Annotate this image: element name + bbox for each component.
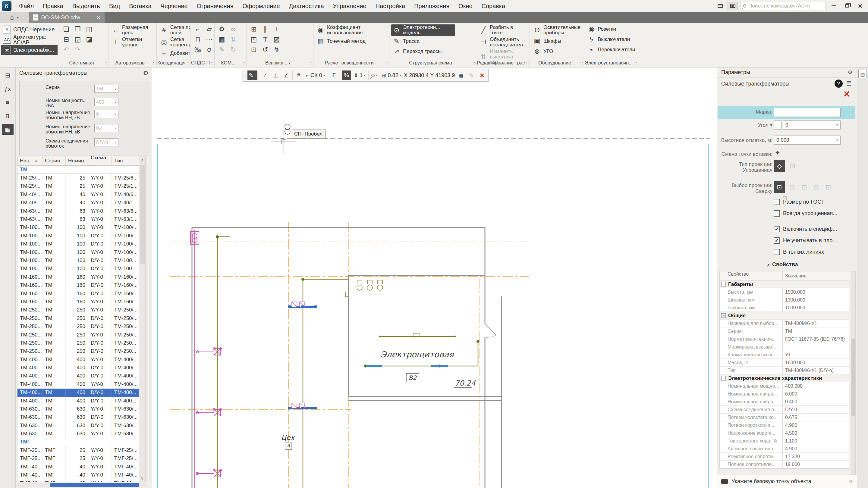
table-row[interactable]: ТМ-100... ТМ 100 D/Y-0 ТМ-100... bbox=[18, 265, 145, 273]
ribbon-button[interactable]: ⊟ bbox=[61, 35, 72, 44]
ribbon-button[interactable]: + Добавить ось bbox=[158, 48, 190, 58]
menu-item[interactable]: Выделить bbox=[68, 0, 104, 12]
zoom-tool-button[interactable]: ▾ bbox=[370, 70, 379, 80]
window-layout-icon[interactable] bbox=[715, 2, 725, 10]
property-group-row[interactable]: − Общие bbox=[720, 312, 849, 320]
scale-combo[interactable]: ⇕1▾ bbox=[352, 70, 367, 80]
ribbon-button[interactable]: ⊞ bbox=[248, 24, 259, 34]
ribbon-group-grip-icon[interactable]: ∷ bbox=[634, 61, 637, 66]
view-front-icon[interactable]: ⊡ bbox=[787, 183, 797, 192]
ribbon-button[interactable]: ▦ Точечный метод bbox=[315, 36, 379, 46]
ribbon-button[interactable]: # Сетка прямых осей bbox=[158, 24, 190, 36]
marka-input[interactable] bbox=[774, 108, 841, 117]
menu-item[interactable]: Приложения bbox=[410, 0, 454, 12]
ribbon-group-grip-icon[interactable]: ∷ bbox=[386, 61, 388, 66]
ribbon-button[interactable]: ⊓ bbox=[192, 35, 203, 44]
snap-percent-button[interactable]: % bbox=[342, 70, 351, 80]
search-input[interactable] bbox=[748, 3, 823, 9]
tree-icon[interactable]: ≣ bbox=[846, 79, 851, 87]
table-row[interactable]: ТМ-400... ТМ 400 D/Y-0 ТМ-400... bbox=[18, 397, 145, 405]
property-row[interactable]: Серия ТМ bbox=[720, 327, 849, 335]
tab-close-icon[interactable]: × bbox=[97, 14, 100, 21]
collapse-icon[interactable]: − bbox=[721, 313, 726, 318]
table-row[interactable]: ТМ-630... ТМ 630 D/Y-0 ТМ-630/... bbox=[18, 421, 145, 429]
scrollbar-thumb[interactable] bbox=[140, 165, 145, 264]
filter-combobox[interactable]: 400 ∨ bbox=[94, 98, 119, 106]
command-search[interactable] bbox=[740, 2, 826, 10]
menu-item[interactable]: Настройка bbox=[371, 0, 410, 12]
ribbon-button[interactable]: ⇅ bbox=[228, 35, 239, 44]
drawing-canvas[interactable]: Электрощитовая В2 70.24 Цех 4 bbox=[152, 67, 717, 488]
property-row[interactable]: Ток холостого хода, % 1.100 bbox=[720, 437, 849, 445]
zoom-level-combo[interactable]: ⊕0.82▾ bbox=[381, 70, 403, 80]
table-row[interactable]: ТМ-63/... ТМ 63 Y/Y-0 ТМ-63/1... bbox=[18, 215, 145, 223]
table-row[interactable]: ТМ-100... ТМ 100 Y/Y-0 ТМ-100/... bbox=[18, 224, 145, 232]
scrollbar-thumb[interactable] bbox=[851, 339, 855, 416]
snap-parallel-icon[interactable]: ∕ bbox=[261, 70, 270, 80]
selected-transformer-block[interactable] bbox=[288, 302, 317, 308]
checkbox[interactable]: ✓ bbox=[774, 249, 780, 255]
ribbon-group-grip-icon[interactable]: ∷ bbox=[153, 61, 156, 66]
ribbon-group-grip-icon[interactable]: ∷ bbox=[581, 61, 583, 66]
snap-angle-icon[interactable]: ∠ bbox=[282, 70, 291, 80]
table-row[interactable]: ТМ-250... ТМ 250 D/Y-0 ТМ-250... bbox=[18, 347, 145, 355]
gear-icon[interactable]: ⚙ bbox=[847, 69, 852, 76]
help-icon[interactable]: ? bbox=[835, 79, 843, 88]
ribbon-group-grip-icon[interactable]: ∷ bbox=[105, 61, 107, 66]
ribbon-button[interactable]: ↗ Переход трассы bbox=[391, 47, 455, 56]
view-right-icon[interactable]: ⊡ bbox=[824, 183, 833, 192]
strip-tool-icon[interactable]: ⊟ bbox=[2, 70, 13, 81]
table-row[interactable]: ТМ-100... ТМ 100 D/Y-0 ТМ-100/... bbox=[18, 240, 145, 248]
snap-perpendicular-icon[interactable]: ⊥ bbox=[271, 70, 280, 80]
menu-item[interactable]: Ограничения bbox=[192, 0, 238, 12]
strip-tool-icon[interactable]: ⇅ bbox=[2, 110, 13, 122]
pen-tool-button[interactable]: ✎▾ bbox=[247, 70, 257, 80]
ribbon-button[interactable]: ◉ Розетки bbox=[586, 24, 636, 34]
angle-lock-box[interactable] bbox=[774, 121, 781, 130]
workspace-button[interactable]: AC Архитектура: АС/АР bbox=[1, 35, 58, 45]
table-row[interactable]: ТМ-630... ТМ 630 Y/Y-0 ТМ-630/... bbox=[18, 430, 145, 438]
grid-toggle-button[interactable]: # bbox=[294, 70, 303, 80]
prompt-close-icon[interactable]: × bbox=[849, 478, 852, 485]
collapse-icon[interactable]: − bbox=[721, 282, 726, 287]
pick-point-icon[interactable]: ⌖ bbox=[775, 148, 780, 157]
property-row[interactable]: Глубина, мм 1000.000 bbox=[720, 304, 849, 312]
ribbon-button[interactable]: ◫ bbox=[84, 24, 95, 34]
ribbon-button[interactable]: ⊡ bbox=[248, 45, 259, 55]
ribbon-group-grip-icon[interactable]: ∷ bbox=[211, 61, 213, 66]
property-row[interactable]: Номинальное напря... 0.400 bbox=[720, 398, 849, 406]
property-row[interactable]: Климатическое испо... У1 bbox=[720, 351, 849, 359]
column-header[interactable]: Серия bbox=[42, 156, 66, 165]
table-row[interactable]: ТМ-250... ТМ 250 Y/Y-0 ТМ-250/... bbox=[18, 306, 145, 314]
ribbon-group-grip-icon[interactable]: ∷ bbox=[472, 61, 475, 66]
ribbon-button[interactable]: ◉ Коэффициент использования bbox=[315, 24, 379, 36]
menu-item[interactable]: Диагностика bbox=[284, 0, 329, 12]
table-row[interactable]: ТМ-400... ТМ 400 D/Y-0 ТМ-400/... bbox=[18, 372, 145, 380]
properties-scrollbar[interactable] bbox=[851, 271, 856, 475]
gear-icon[interactable]: ⚙ bbox=[143, 70, 148, 76]
table-row[interactable]: ТМ-25/... ТМ 25 Y/Y-0 ТМ-25/6... bbox=[18, 174, 145, 182]
column-header[interactable]: Номин... bbox=[66, 156, 88, 165]
ribbon-button[interactable]: ❏ bbox=[61, 24, 72, 34]
properties-dock-icon[interactable]: ▤ bbox=[858, 70, 867, 78]
menu-item[interactable]: Файл bbox=[14, 0, 38, 12]
menu-item[interactable]: Оформление bbox=[238, 0, 284, 12]
table-row[interactable]: ТМ-160... ТМ 160 Y/Y-0 ТМ-160/... bbox=[18, 298, 145, 306]
ribbon-button[interactable]: ▱ bbox=[204, 24, 215, 34]
app-logo-icon[interactable]: К bbox=[2, 1, 11, 11]
table-row[interactable]: ТМ-63/... ТМ 63 Y/Y-0 ТМ-63/6... bbox=[18, 207, 145, 215]
table-row[interactable]: ТМ-160... ТМ 160 D/Y-0 ТМ-160/... bbox=[18, 281, 145, 289]
column-header[interactable]: Схема ... bbox=[88, 156, 112, 165]
workspace-button[interactable]: # СПДС.Черчение bbox=[1, 24, 58, 35]
toolbar-grip-icon[interactable]: ⁞ bbox=[245, 73, 246, 78]
table-row[interactable]: ТМ-400... ТМ 400 Y/Y-0 ТМ-400/... bbox=[18, 355, 145, 364]
property-row[interactable]: Название для выбор... ТМ-400М/6-У1 bbox=[720, 320, 849, 327]
ribbon-button[interactable]: ▨ bbox=[271, 35, 282, 44]
table-row[interactable]: ТМ-160... ТМ 160 Y/Y-0 ТМ-160/... bbox=[18, 273, 145, 281]
view-left-icon[interactable]: ⊡ bbox=[812, 183, 821, 192]
collapse-icon[interactable]: − bbox=[721, 376, 726, 381]
table-row[interactable]: ТМ-400... ТМ 400 D/Y-0 ТМ-400... bbox=[18, 389, 145, 397]
filter-combobox[interactable]: 0,4 ∨ bbox=[94, 124, 119, 132]
table-group-row[interactable]: ТМГ bbox=[18, 438, 145, 446]
property-row[interactable]: Масса, кг 1600.000 bbox=[720, 359, 849, 367]
